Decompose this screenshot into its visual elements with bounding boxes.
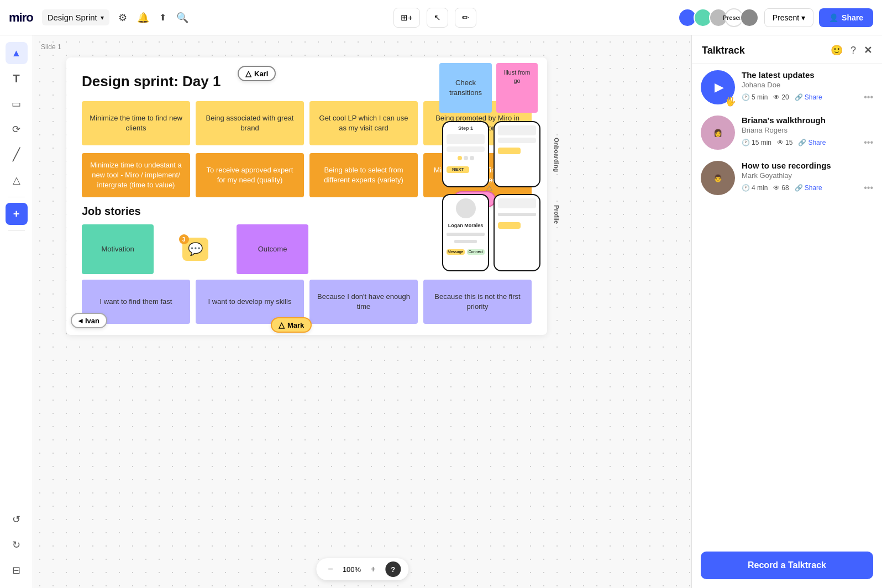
tool-undo[interactable]: ↺ [6,508,28,531]
smiley-icon[interactable]: 🙂 [831,44,843,56]
board-title-button[interactable]: Design Sprint ▾ [42,9,109,25]
tt-views-val-walkthrough: 15 [785,139,792,146]
comment-count: 3 [179,234,189,244]
connect-btn: Connect [467,249,485,255]
talktrack-item-recordings: 👨 How to use recordings Mark Goyathlay 🕐… [701,161,873,195]
tt-avatar-mark: 👨 [701,161,735,195]
tt-views-recordings: 👁 68 [773,184,789,192]
tt-share-label-latest[interactable]: Share [805,93,822,101]
clock-icon-latest: 🕐 [742,93,750,101]
check-transitions-sticky[interactable]: Check transitions [439,63,492,113]
dot1 [458,156,462,160]
upload-icon[interactable]: ⬆ [159,12,166,23]
topbar-icons: ⚙ 🔔 ⬆ 🔍 [118,12,188,24]
left-sidebar: ▲ T ▭ ⟳ ╱ △ + ↺ ↻ ⊟ [0,35,33,588]
message-label: Message [447,249,465,255]
tool-pen[interactable]: △ [6,169,28,191]
share-label: Share [842,13,863,22]
tt-views-val-recordings: 68 [781,184,789,192]
job-story-4[interactable]: Because this is not the first priority [423,280,532,324]
zoom-out-button[interactable]: − [324,563,337,576]
tt-share-link-latest: 🔗 Share [795,93,822,101]
tt-duration-val-latest: 5 min [752,93,768,101]
present-button[interactable]: Present ▾ [764,8,813,27]
comment-icon-area: 💬 3 [159,224,231,274]
link-icon-walkthrough: 🔗 [798,139,806,146]
mark-name: Mark [287,321,304,329]
sticky-yellow-3[interactable]: Get cool LP which I can use as my visit … [309,101,418,145]
grid-toolbar-button[interactable]: ⊞+ [393,8,420,28]
onboarding-phones: Step 1 NEXT [442,121,550,187]
sticky-orange-1[interactable]: Minimize time to undestant a new tool - … [82,153,190,197]
chevron-down-icon: ▾ [101,14,104,22]
tt-thumb-play[interactable]: ▶ 🖐 [701,70,735,104]
record-talktrack-button[interactable]: Record a Talktrack [701,552,873,579]
tool-select[interactable]: ▲ [6,42,28,64]
illustration-sticky[interactable]: Illust from go [496,63,538,113]
wf-line1 [447,233,485,236]
tt-duration-latest: 🕐 5 min [742,93,768,101]
wf-p2-line [498,213,536,216]
tt-duration-walkthrough: 🕐 15 min [742,139,771,146]
tt-more-walkthrough[interactable]: ••• [864,138,873,148]
tool-redo[interactable]: ↻ [6,534,28,556]
next-label: NEXT [447,166,469,173]
miro-logo: miro [9,11,33,25]
step1-label: Step 1 [447,125,485,131]
sticky-yellow-2[interactable]: Being associated with great brand [196,101,304,145]
search-icon[interactable]: 🔍 [176,12,188,24]
talktrack-header: Talktrack 🙂 ? ✕ [692,35,882,64]
wf-btn-s2 [498,148,521,154]
slide-indicator: Slide 1 [41,43,61,51]
cursor-icon-mark: △ [279,321,285,329]
tool-frames[interactable]: ⊟ [6,559,28,581]
main-area: ▲ T ▭ ⟳ ╱ △ + ↺ ↻ ⊟ Slide 1 Design sprin… [0,35,882,588]
sticky-motivation[interactable]: Motivation [82,224,154,274]
link-icon-latest: 🔗 [795,93,803,101]
present-chevron-icon: ▾ [801,13,805,22]
tool-shapes[interactable]: ⟳ [6,118,28,140]
wf-content-2 [447,146,485,152]
tt-meta-recordings: 🕐 4 min 👁 68 🔗 Share ••• [742,183,873,193]
pen-toolbar-button[interactable]: ✏ [455,8,476,28]
play-icon: ▶ [715,80,724,95]
tt-meta-latest: 🕐 5 min 👁 20 🔗 Share ••• [742,92,873,102]
eye-icon-latest: 👁 [773,93,780,101]
canvas[interactable]: Slide 1 Design sprint: Day 1 Minimize th… [33,35,691,588]
tt-share-link-walkthrough: 🔗 Share [798,139,826,146]
tt-duration-val-walkthrough: 15 min [752,139,771,146]
sticky-orange-3[interactable]: Being able to select from different expe… [309,153,418,197]
tt-name-walkthrough: Briana's walkthrough [742,116,873,125]
zoom-bar: − 100% + ? [316,558,408,580]
sticky-orange-2[interactable]: To receive approved expert for my need (… [196,153,304,197]
cursor-toolbar-button[interactable]: ↖ [427,8,448,28]
add-button[interactable]: + [6,203,28,225]
tt-more-recordings[interactable]: ••• [864,183,873,193]
tt-share-label-walkthrough[interactable]: Share [808,139,826,146]
board-title-label: Design Sprint [48,13,97,22]
bell-icon[interactable]: 🔔 [137,12,149,24]
briana-initials: 👩 [713,129,722,137]
tool-sticky[interactable]: ▭ [6,93,28,115]
share-button[interactable]: 👤 Share [819,8,873,27]
profile-avatar-circle [456,198,476,218]
zoom-level: 100% [343,565,361,574]
help-circle-icon[interactable]: ? [851,45,856,56]
settings-icon[interactable]: ⚙ [118,12,127,24]
user-label-mark: △ Mark [271,317,312,333]
zoom-in-button[interactable]: + [366,563,380,576]
job-story-3[interactable]: Because I don't have enough time [309,280,418,324]
sticky-yellow-1[interactable]: Minimize the time to find new clients [82,101,190,145]
tt-share-label-recordings[interactable]: Share [805,184,822,192]
help-button[interactable]: ? [385,561,401,577]
profile-btns: Message Connect [447,249,485,255]
sticky-outcome[interactable]: Outcome [237,224,308,274]
tt-more-latest[interactable]: ••• [864,92,873,102]
close-icon[interactable]: ✕ [864,44,872,56]
mark-initials: 👨 [713,174,722,182]
talktrack-panel: Talktrack 🙂 ? ✕ ▶ 🖐 The latest updates J… [691,35,882,588]
wireframes-container: Onboarding Step 1 NEXT [442,121,550,271]
tool-line[interactable]: ╱ [6,144,28,166]
wf-p2-1 [498,198,536,208]
tool-text[interactable]: T [6,67,28,90]
